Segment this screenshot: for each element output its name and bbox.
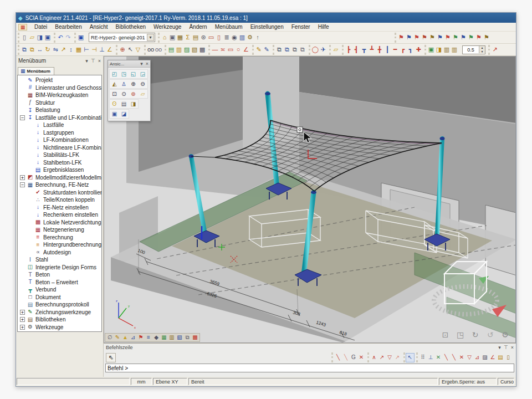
- command-pin-icon[interactable]: ⊤: [504, 345, 508, 350]
- snap-tangent-icon[interactable]: ↗: [393, 354, 401, 362]
- moment-icon[interactable]: ┻: [368, 45, 376, 54]
- hinge-icon[interactable]: ┫: [352, 45, 360, 54]
- menu-menübaum[interactable]: Menübaum: [211, 23, 247, 30]
- extend-member-icon[interactable]: ⊣: [90, 45, 98, 54]
- zoom-all-icon[interactable]: ⊙: [119, 90, 129, 98]
- tree-item-stabilitäts-lfk[interactable]: −↓Stabilitäts-LFK: [18, 151, 101, 159]
- zoom-in-icon[interactable]: ⊕: [129, 80, 138, 88]
- snap-settings-icon[interactable]: ▤: [497, 354, 504, 362]
- tree-item-werkzeuge[interactable]: +⚙Werkzeuge: [18, 324, 101, 331]
- render-icon[interactable]: ✎: [114, 334, 121, 341]
- tree-item-rechenkern-einstellen[interactable]: −↓Rechenkern einstellen: [18, 211, 101, 219]
- expand-icon[interactable]: +: [20, 325, 25, 330]
- spring-icon[interactable]: ━: [391, 45, 399, 54]
- tree-item-linienraster-und-geschosse[interactable]: −#Linienraster und Geschosse: [18, 84, 101, 92]
- tree-item-stahl[interactable]: −IStahl: [18, 256, 101, 264]
- array-member-icon[interactable]: ▦: [75, 45, 83, 54]
- stretch-member-icon[interactable]: ↕: [67, 45, 75, 54]
- new-view-icon[interactable]: ⧉: [183, 334, 191, 341]
- snap-intersection-icon[interactable]: ✕: [434, 354, 442, 362]
- tree-item-struktur[interactable]: −ƒStruktur: [18, 99, 101, 107]
- view-params-icon[interactable]: ◪: [119, 110, 129, 118]
- lock-view-icon[interactable]: ▧: [191, 45, 198, 54]
- menu-ändern[interactable]: Ändern: [185, 23, 211, 30]
- menu-datei[interactable]: Datei: [30, 23, 51, 30]
- status-plane[interactable]: Ebene XY: [153, 378, 187, 385]
- orbit-view-icon[interactable]: ↺: [485, 330, 495, 339]
- tree-item-verbund[interactable]: −┳Verbund: [18, 286, 101, 294]
- view-side-icon[interactable]: ◳: [119, 70, 129, 78]
- snap-arc-icon[interactable]: ↗: [378, 354, 386, 362]
- tree-item-beton[interactable]: −TBeton: [18, 271, 101, 279]
- redo-icon[interactable]: ↷: [64, 33, 72, 42]
- display-preset-2-icon[interactable]: ⚑: [405, 33, 413, 42]
- view-toolbox-panel[interactable]: Ansic... ▾ × ◰◳◱◲◭♙⊕⊖⊡⊙⊚▱ʘ▤◨▣◪: [108, 60, 151, 121]
- scale-member-icon[interactable]: ↗: [59, 45, 67, 54]
- project-settings-icon[interactable]: ⌂: [161, 33, 168, 42]
- gear-doc-icon[interactable]: ⚙: [246, 33, 254, 42]
- display-preset-1-icon[interactable]: ⚑: [397, 33, 405, 42]
- tree-item-netzgenerierung[interactable]: −▦Netzgenerierung: [18, 226, 101, 234]
- cursor-mode-icon[interactable]: ↖: [126, 45, 134, 54]
- status-unit[interactable]: mm: [131, 378, 152, 385]
- render-settings-icon[interactable]: ▣: [427, 45, 435, 54]
- open-icon[interactable]: ▱: [28, 33, 36, 42]
- tree-item-lokale-netzverdichtung[interactable]: −▩Lokale Netzverdichtung: [18, 219, 101, 227]
- title-bar[interactable]: ◆ SCIA Engineer 21.1.4021 - [RE-Hyper2- …: [16, 13, 516, 23]
- app-menu-icon[interactable]: ▦: [18, 24, 27, 30]
- move-member-icon[interactable]: ↔: [36, 45, 44, 54]
- tree-item-beton-erweitert[interactable]: −TBeton – Erweitert: [18, 279, 101, 287]
- command-input[interactable]: Befehl >: [105, 364, 514, 372]
- cross-link-icon[interactable]: ✚: [415, 45, 422, 54]
- undo-icon[interactable]: ↶: [57, 33, 64, 42]
- clip-box-icon[interactable]: ▣: [110, 110, 119, 118]
- snap-free-icon[interactable]: ╲: [334, 354, 342, 362]
- draw-angle-icon[interactable]: ∠: [242, 45, 250, 54]
- screenshot-icon[interactable]: ◨: [435, 45, 443, 54]
- collapse-icon[interactable]: −: [20, 115, 25, 120]
- snap-endpoint-icon[interactable]: ╲: [442, 354, 450, 362]
- display-preset-10-icon[interactable]: ⚑: [467, 33, 475, 42]
- save-all-icon[interactable]: ◨: [36, 33, 44, 42]
- panel-dropdown-icon[interactable]: ▾: [85, 58, 88, 64]
- command-close-icon[interactable]: ×: [511, 345, 514, 350]
- status-cursor[interactable]: Curso: [498, 378, 514, 385]
- expand-icon[interactable]: +: [20, 175, 25, 180]
- search-members-icon[interactable]: oo: [147, 45, 155, 54]
- spinner-arrows-icon[interactable]: ▲▼: [479, 46, 485, 53]
- snap-angle-icon[interactable]: ∠: [489, 354, 497, 362]
- display-preset-7-icon[interactable]: ⚑: [444, 33, 452, 42]
- draw-rectangle-icon[interactable]: ▭: [227, 45, 234, 54]
- display-settings-icon[interactable]: ⚙: [500, 330, 510, 339]
- menu-werkzeuge[interactable]: Werkzeuge: [150, 23, 185, 30]
- draw-line-icon[interactable]: —: [211, 45, 219, 54]
- view-front-icon[interactable]: ◰: [110, 70, 119, 78]
- fly-through-icon[interactable]: ✈: [319, 45, 327, 54]
- perspective-icon[interactable]: ◭: [110, 80, 119, 88]
- tree-item-integrierte-design-forms[interactable]: −◫Integrierte Design Forms: [18, 264, 101, 272]
- multi-copy-icon[interactable]: ⧉: [28, 45, 36, 54]
- capture-view-icon[interactable]: ◨: [129, 100, 138, 108]
- ortho-icon[interactable]: ⊥: [427, 354, 434, 362]
- tree-item-autodesign[interactable]: −∝Autodesign: [18, 249, 101, 257]
- tree-item-lastfälle-und-lf-kombinationen[interactable]: −↧Lastfälle und LF-Kombinationen: [18, 114, 101, 122]
- print-icon[interactable]: ≣: [223, 33, 231, 42]
- mesh-view-icon[interactable]: ▩: [191, 334, 199, 341]
- expand-icon[interactable]: +: [20, 317, 25, 322]
- shading-icon[interactable]: ◆: [152, 334, 160, 341]
- tree-item-zeichnungswerkzeuge[interactable]: +✎Zeichnungswerkzeuge: [18, 309, 101, 316]
- reaction-icon[interactable]: ┃: [383, 45, 391, 54]
- xy-activity-icon[interactable]: Σ: [184, 33, 192, 42]
- join-member-icon[interactable]: ⊥: [98, 45, 106, 54]
- panel-pin-icon[interactable]: ⊤: [91, 58, 95, 64]
- tab-menubaum[interactable]: ▦ Menübaum: [18, 67, 54, 75]
- view-axonometric-icon[interactable]: ◲: [138, 70, 147, 78]
- calculation-icon[interactable]: ▦: [176, 33, 184, 42]
- copy-view-icon[interactable]: ⧉: [275, 45, 283, 54]
- tree-item-hintergrundberechnung[interactable]: −≡Hintergrundberechnung: [18, 241, 101, 249]
- display-preset-12-icon[interactable]: ⚑: [483, 33, 490, 42]
- tree-item-belastung[interactable]: −↧Belastung: [18, 106, 101, 114]
- tree-item-bim-werkzeugkasten[interactable]: −▦BIM-Werkzeugkasten: [18, 91, 101, 99]
- print-view-icon[interactable]: ▤: [119, 100, 129, 108]
- command-dropdown-icon[interactable]: ▾: [498, 345, 501, 350]
